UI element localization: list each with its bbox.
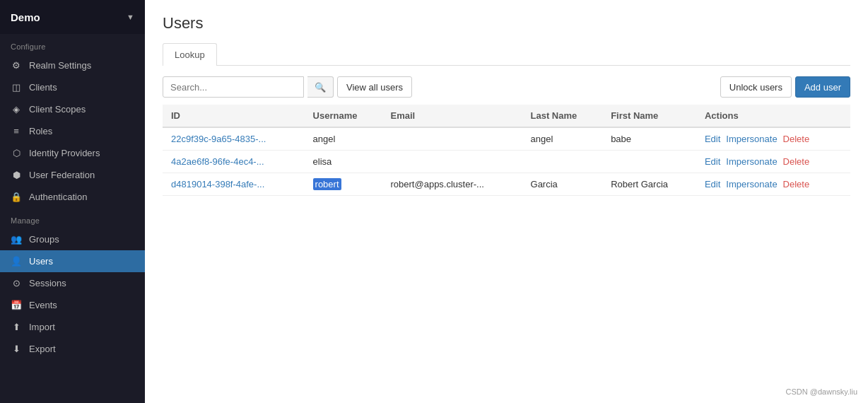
users-table: ID Username Email Last Name First Name A… <box>163 105 850 196</box>
impersonate-action[interactable]: Impersonate <box>726 156 777 167</box>
sidebar-item-client-scopes[interactable]: ◈ Client Scopes <box>0 98 145 120</box>
edit-action[interactable]: Edit <box>705 134 720 144</box>
manage-section-label: Manage <box>0 208 145 228</box>
col-username: Username <box>305 105 382 127</box>
cell-username: elisa <box>305 151 382 173</box>
sidebar-item-sessions[interactable]: ⊙ Sessions <box>0 272 145 294</box>
sessions-icon: ⊙ <box>11 278 22 288</box>
user-federation-icon: ⬢ <box>11 170 22 180</box>
cell-first-name <box>602 151 696 173</box>
sidebar-item-roles[interactable]: ≡ Roles <box>0 120 145 142</box>
col-actions: Actions <box>696 105 850 127</box>
cell-actions: EditImpersonateDelete <box>696 151 850 173</box>
unlock-users-button[interactable]: Unlock users <box>720 76 792 98</box>
col-last-name: Last Name <box>522 105 603 127</box>
realm-settings-icon: ⚙ <box>11 60 22 71</box>
chevron-down-icon: ▼ <box>127 13 134 21</box>
view-all-users-button[interactable]: View all users <box>337 76 412 98</box>
sidebar-item-clients[interactable]: ◫ Clients <box>0 76 145 98</box>
cell-last-name: angel <box>522 127 603 151</box>
cell-username: angel <box>305 127 382 151</box>
main-content: Users Lookup 🔍 View all users Unlock use… <box>145 0 868 403</box>
sidebar-item-label: Authentication <box>29 192 87 202</box>
cell-actions: EditImpersonateDelete <box>696 127 850 151</box>
sidebar-item-label: Sessions <box>29 278 66 288</box>
sidebar-item-label: Users <box>29 256 53 267</box>
cell-email: robert@apps.cluster-... <box>382 173 522 196</box>
client-scopes-icon: ◈ <box>11 104 22 115</box>
sidebar-item-label: Realm Settings <box>29 60 91 71</box>
sidebar-item-label: Client Scopes <box>29 104 86 115</box>
sidebar-item-identity-providers[interactable]: ⬡ Identity Providers <box>0 142 145 164</box>
clients-icon: ◫ <box>11 82 22 93</box>
roles-icon: ≡ <box>11 126 22 136</box>
edit-action[interactable]: Edit <box>705 156 720 167</box>
col-email: Email <box>382 105 522 127</box>
sidebar: Demo ▼ Configure ⚙ Realm Settings ◫ Clie… <box>0 0 145 403</box>
table-header-row: ID Username Email Last Name First Name A… <box>163 105 850 127</box>
sidebar-item-label: Import <box>29 322 55 332</box>
search-button[interactable]: 🔍 <box>307 76 334 98</box>
toolbar: 🔍 View all users Unlock users Add user <box>163 76 850 98</box>
sidebar-item-authentication[interactable]: 🔒 Authentication <box>0 186 145 208</box>
sidebar-item-events[interactable]: 📅 Events <box>0 294 145 316</box>
sidebar-item-user-federation[interactable]: ⬢ User Federation <box>0 164 145 186</box>
add-user-button[interactable]: Add user <box>795 76 850 98</box>
search-input[interactable] <box>163 76 304 98</box>
toolbar-left: 🔍 View all users <box>163 76 412 98</box>
sidebar-item-users[interactable]: 👤 Users <box>0 250 145 272</box>
sidebar-item-label: Roles <box>29 126 52 136</box>
export-icon: ⬇ <box>11 344 22 354</box>
import-icon: ⬆ <box>11 322 22 332</box>
cell-id[interactable]: 22c9f39c-9a65-4835-... <box>163 127 305 151</box>
delete-action[interactable]: Delete <box>783 179 810 189</box>
table-row: 22c9f39c-9a65-4835-...angelangelbabeEdit… <box>163 127 850 151</box>
delete-action[interactable]: Delete <box>783 156 810 167</box>
cell-email <box>382 127 522 151</box>
cell-first-name: babe <box>602 127 696 151</box>
cell-email <box>382 151 522 173</box>
sidebar-item-groups[interactable]: 👥 Groups <box>0 228 145 250</box>
configure-section-label: Configure <box>0 34 145 54</box>
edit-action[interactable]: Edit <box>705 179 720 189</box>
impersonate-action[interactable]: Impersonate <box>726 179 777 189</box>
sidebar-item-import[interactable]: ⬆ Import <box>0 316 145 338</box>
sidebar-item-label: Clients <box>29 82 57 93</box>
sidebar-item-label: User Federation <box>29 170 95 180</box>
cell-id[interactable]: d4819014-398f-4afe-... <box>163 173 305 196</box>
sidebar-item-label: Events <box>29 300 57 310</box>
users-icon: 👤 <box>11 256 22 267</box>
sidebar-item-label: Groups <box>29 234 59 245</box>
cell-id[interactable]: 4a2ae6f8-96fe-4ec4-... <box>163 151 305 173</box>
app-title: Demo <box>11 11 40 23</box>
impersonate-action[interactable]: Impersonate <box>726 134 777 144</box>
sidebar-item-label: Export <box>29 344 56 354</box>
cell-last-name: Garcia <box>522 173 603 196</box>
sidebar-item-realm-settings[interactable]: ⚙ Realm Settings <box>0 54 145 76</box>
toolbar-right: Unlock users Add user <box>720 76 850 98</box>
cell-last-name <box>522 151 603 173</box>
page-title: Users <box>163 14 850 33</box>
cell-first-name: Robert Garcia <box>602 173 696 196</box>
groups-icon: 👥 <box>11 234 22 245</box>
watermark: CSDN @dawnsky.liu <box>786 387 857 396</box>
cell-username: robert <box>305 173 382 196</box>
table-row: d4819014-398f-4afe-...robertrobert@apps.… <box>163 173 850 196</box>
table-row: 4a2ae6f8-96fe-4ec4-...elisaEditImpersona… <box>163 151 850 173</box>
delete-action[interactable]: Delete <box>783 134 810 144</box>
cell-actions: EditImpersonateDelete <box>696 173 850 196</box>
tabs: Lookup <box>163 43 850 66</box>
col-first-name: First Name <box>602 105 696 127</box>
tab-lookup[interactable]: Lookup <box>163 43 217 66</box>
events-icon: 📅 <box>11 300 22 310</box>
col-id: ID <box>163 105 305 127</box>
identity-providers-icon: ⬡ <box>11 148 22 158</box>
app-header[interactable]: Demo ▼ <box>0 0 145 34</box>
sidebar-item-label: Identity Providers <box>29 148 100 158</box>
search-icon: 🔍 <box>315 82 326 93</box>
sidebar-item-export[interactable]: ⬇ Export <box>0 338 145 360</box>
authentication-icon: 🔒 <box>11 192 22 202</box>
